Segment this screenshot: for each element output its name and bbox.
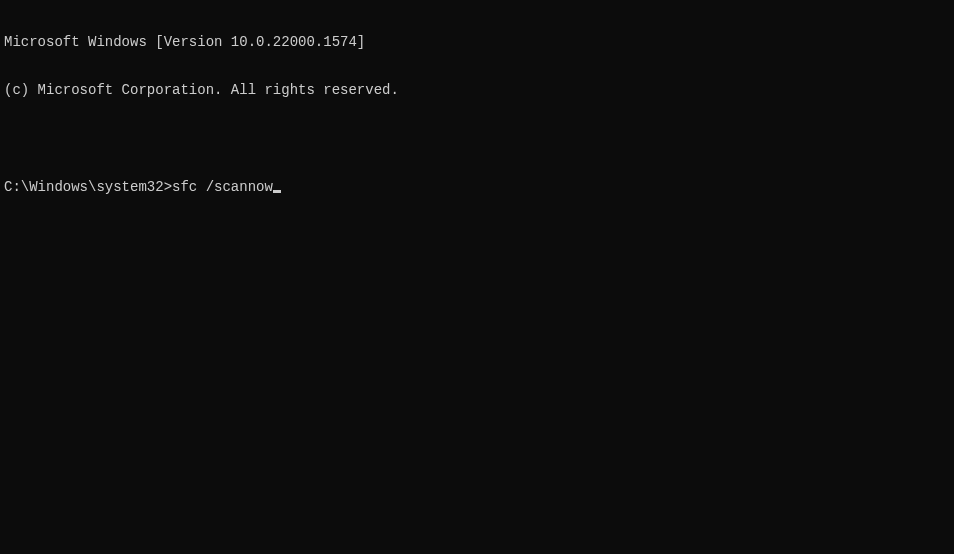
cursor-icon — [273, 190, 281, 193]
prompt-path: C:\Windows\system32> — [4, 179, 172, 195]
blank-line — [4, 131, 950, 147]
command-input[interactable]: sfc /scannow — [172, 179, 273, 195]
version-line: Microsoft Windows [Version 10.0.22000.15… — [4, 34, 950, 50]
copyright-line: (c) Microsoft Corporation. All rights re… — [4, 82, 950, 98]
terminal-output[interactable]: Microsoft Windows [Version 10.0.22000.15… — [4, 2, 950, 211]
command-prompt-line[interactable]: C:\Windows\system32> sfc /scannow — [4, 179, 950, 195]
